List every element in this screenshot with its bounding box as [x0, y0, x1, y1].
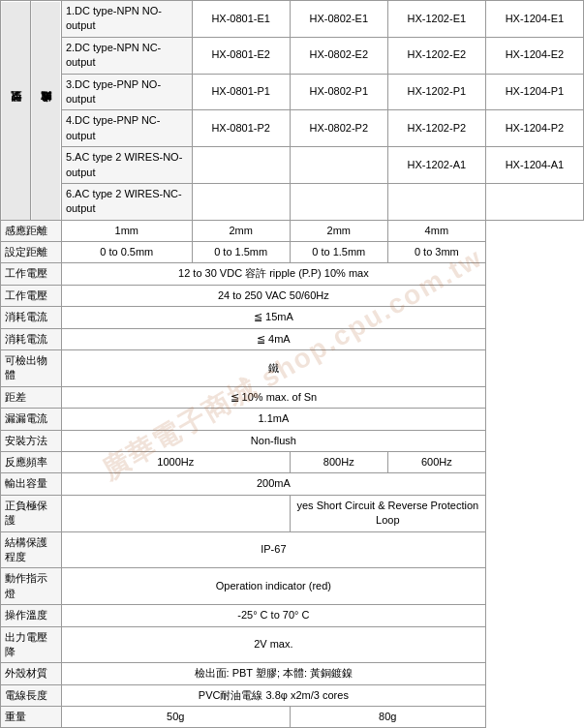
current-dc-label: 消耗電流 [1, 307, 62, 328]
cell-6-1 [192, 183, 290, 220]
set-distance-c3: 0 to 1.5mm [290, 242, 387, 263]
voltage-ac-label: 工作電壓 [1, 285, 62, 306]
weight-label: 重量 [1, 707, 62, 728]
hysteresis-value: ≦ 10% max. of Sn [61, 386, 485, 408]
output-row-1: 型號 輸出方式 1.DC type-NPN NO-output HX-0801-… [1, 1, 584, 38]
freq-label: 反應頻率 [1, 451, 62, 472]
ip-value: IP-67 [61, 531, 485, 568]
output-cap-value: 200mA [61, 473, 485, 495]
freq-c1: 1000Hz [61, 451, 290, 472]
spec-leakage: 漏漏電流 1.1mA [1, 409, 584, 430]
cell-3-3: HX-1202-P1 [387, 74, 485, 110]
spec-temp: 操作溫度 -25° C to 70° C [1, 605, 584, 626]
output-type-1-label: 1.DC type-NPN NO-output [61, 1, 192, 38]
voltage-dc-label: 工作電壓 [1, 263, 62, 285]
temp-label: 操作溫度 [1, 605, 62, 626]
cell-3-2: HX-0802-P1 [290, 74, 387, 110]
cell-5-2 [290, 147, 387, 184]
spec-cable: 電線長度 PVC耐油電線 3.8φ x2m/3 cores [1, 684, 584, 706]
cell-3-4: HX-1204-P1 [485, 74, 583, 110]
hysteresis-label: 距差 [1, 386, 62, 408]
cell-5-1 [192, 147, 290, 184]
mount-label: 安裝方法 [1, 430, 62, 451]
cell-2-2: HX-0802-E2 [290, 37, 387, 74]
output-type-5-label: 5.AC type 2 WIRES-NO-output [61, 147, 192, 184]
set-distance-label: 設定距離 [1, 242, 62, 263]
cable-value: PVC耐油電線 3.8φ x2m/3 cores [61, 684, 485, 706]
output-header: 輸出方式 [31, 1, 61, 221]
cell-6-2 [290, 183, 387, 220]
current-ac-value: ≦ 4mA [61, 328, 485, 349]
leakage-value: 1.1mA [61, 409, 485, 430]
cell-2-1: HX-0801-E2 [192, 37, 290, 74]
voltage-ac-value: 24 to 250 VAC 50/60Hz [61, 285, 485, 306]
output-type-2-label: 2.DC type-NPN NC-output [61, 37, 192, 74]
sensing-distance-label: 感應距離 [1, 220, 62, 241]
cell-1-3: HX-1202-E1 [387, 1, 485, 38]
indicator-value: Operation indicator (red) [61, 568, 485, 605]
material-label: 外殼材質 [1, 663, 62, 684]
spec-table: 廣華電子商城 shop.cpu.com.tw 型號 輸出方式 1.DC type… [0, 0, 584, 728]
spec-voltage-ac: 工作電壓 24 to 250 VAC 50/60Hz [1, 285, 584, 306]
protection-value: yes Short Circuit & Reverse Protection L… [290, 495, 485, 531]
sensing-distance-c2: 2mm [192, 220, 290, 241]
mount-value: Non-flush [61, 430, 485, 451]
cable-label: 電線長度 [1, 684, 62, 706]
set-distance-c1: 0 to 0.5mm [61, 242, 192, 263]
spec-voltage-drop: 出力電壓降 2V max. [1, 626, 584, 663]
output-row-4: 4.DC type-PNP NC-output HX-0801-P2 HX-08… [1, 110, 584, 147]
leakage-label: 漏漏電流 [1, 409, 62, 430]
output-row-6: 6.AC type 2 WIRES-NC-output [1, 183, 584, 220]
voltage-drop-label: 出力電壓降 [1, 626, 62, 663]
cell-1-4: HX-1204-E1 [485, 1, 583, 38]
ip-label: 結構保護程度 [1, 531, 62, 568]
cell-5-4: HX-1204-A1 [485, 147, 583, 184]
freq-c2: 800Hz [290, 451, 387, 472]
spec-current-ac: 消耗電流 ≦ 4mA [1, 328, 584, 349]
detectable-value: 鐵 [61, 350, 485, 387]
cell-2-3: HX-1202-E2 [387, 37, 485, 74]
set-distance-c4: 0 to 3mm [387, 242, 485, 263]
output-cap-label: 輸出容量 [1, 473, 62, 495]
cell-1-2: HX-0802-E1 [290, 1, 387, 38]
spec-detectable: 可檢出物體 鐵 [1, 350, 584, 387]
voltage-dc-value: 12 to 30 VDC 容許 ripple (P.P) 10% max [61, 263, 485, 285]
spec-mount: 安裝方法 Non-flush [1, 430, 584, 451]
output-type-4-label: 4.DC type-PNP NC-output [61, 110, 192, 147]
cell-4-3: HX-1202-P2 [387, 110, 485, 147]
sensing-distance-c1: 1mm [61, 220, 192, 241]
spec-weight: 重量 50g 80g [1, 707, 584, 728]
cell-4-2: HX-0802-P2 [290, 110, 387, 147]
spec-material: 外殼材質 檢出面: PBT 塑膠; 本體: 黃銅鍍鎳 [1, 663, 584, 684]
output-type-3-label: 3.DC type-PNP NO-output [61, 74, 192, 110]
spec-voltage-dc: 工作電壓 12 to 30 VDC 容許 ripple (P.P) 10% ma… [1, 263, 584, 285]
material-value: 檢出面: PBT 塑膠; 本體: 黃銅鍍鎳 [61, 663, 485, 684]
freq-c3: 600Hz [387, 451, 485, 472]
spec-protection: 正負極保護 yes Short Circuit & Reverse Protec… [1, 495, 584, 531]
detectable-label: 可檢出物體 [1, 350, 62, 387]
cell-2-4: HX-1204-E2 [485, 37, 583, 74]
output-row-5: 5.AC type 2 WIRES-NO-output HX-1202-A1 H… [1, 147, 584, 184]
protection-left [61, 495, 290, 531]
cell-4-1: HX-0801-P2 [192, 110, 290, 147]
cell-3-1: HX-0801-P1 [192, 74, 290, 110]
cell-1-1: HX-0801-E1 [192, 1, 290, 38]
output-type-6-label: 6.AC type 2 WIRES-NC-output [61, 183, 192, 220]
cell-4-4: HX-1204-P2 [485, 110, 583, 147]
type-header: 型號 [1, 1, 31, 221]
sensing-distance-c4: 4mm [387, 220, 485, 241]
current-dc-value: ≦ 15mA [61, 307, 485, 328]
current-ac-label: 消耗電流 [1, 328, 62, 349]
spec-freq: 反應頻率 1000Hz 800Hz 600Hz [1, 451, 584, 472]
spec-indicator: 動作指示燈 Operation indicator (red) [1, 568, 584, 605]
weight-v1: 50g [61, 707, 290, 728]
spec-set-distance: 設定距離 0 to 0.5mm 0 to 1.5mm 0 to 1.5mm 0 … [1, 242, 584, 263]
set-distance-c2: 0 to 1.5mm [192, 242, 290, 263]
output-row-3: 3.DC type-PNP NO-output HX-0801-P1 HX-08… [1, 74, 584, 110]
spec-sensing-distance: 感應距離 1mm 2mm 2mm 4mm [1, 220, 584, 241]
output-row-2: 2.DC type-NPN NC-output HX-0801-E2 HX-08… [1, 37, 584, 74]
indicator-label: 動作指示燈 [1, 568, 62, 605]
sensing-distance-c3: 2mm [290, 220, 387, 241]
spec-output-cap: 輸出容量 200mA [1, 473, 584, 495]
voltage-drop-value: 2V max. [61, 626, 485, 663]
